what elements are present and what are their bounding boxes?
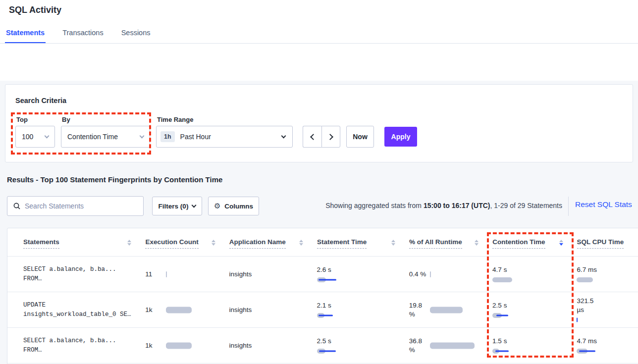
sql-cpu-time-bar — [577, 276, 638, 283]
time-range-arrows — [303, 126, 340, 148]
sql-cpu-time-cell: 321.5 µs — [577, 292, 638, 327]
runtime-pct-cell: 19.8% — [409, 292, 492, 327]
tab-bar: Statements Transactions Sessions — [5, 29, 151, 44]
now-button[interactable]: Now — [346, 126, 374, 148]
next-time-button[interactable] — [321, 126, 340, 148]
view-toggle-band: Statement Fingerprints Active Executions… — [0, 44, 638, 81]
chevron-down-icon — [192, 203, 197, 208]
time-range-value: Past Hour — [180, 133, 211, 141]
toolbar-divider — [568, 197, 569, 216]
chevron-left-icon — [310, 134, 317, 140]
top-field-label: Top — [16, 116, 28, 123]
chevron-right-icon — [327, 134, 333, 140]
application-name-cell: insights — [229, 328, 317, 363]
sql-cpu-time-bar — [577, 348, 638, 354]
runtime-pct-cell: 36.8% — [409, 328, 492, 363]
aggregated-stats-text: Showing aggregated stats from 15:00 to 1… — [325, 202, 562, 209]
statement-link[interactable]: SELECT a.balance, b.ba... FROM… — [23, 328, 145, 363]
search-icon — [13, 203, 20, 209]
sort-icon[interactable] — [299, 240, 303, 246]
top-select[interactable]: 100 — [15, 126, 55, 148]
statement-time-cell: 2.6 s — [317, 257, 409, 292]
by-field-label: By — [62, 116, 70, 123]
application-name-cell: insights — [229, 257, 317, 292]
statement-search-box — [7, 196, 144, 216]
reset-sql-stats-link[interactable]: Reset SQL Stats — [575, 200, 632, 209]
search-input[interactable] — [25, 202, 137, 210]
time-range-select[interactable]: 1h Past Hour — [156, 126, 293, 148]
tab-transactions[interactable]: Transactions — [61, 29, 104, 44]
chevron-down-icon — [45, 134, 50, 139]
execution-count-cell: 11 — [145, 257, 229, 292]
column-header-application-name[interactable]: Application Name — [229, 228, 317, 256]
column-header-contention-time[interactable]: Contention Time — [492, 228, 577, 256]
search-criteria-heading: Search Criteria — [15, 97, 66, 104]
runtime-pct-bar — [430, 307, 478, 313]
filters-button[interactable]: Filters (0) — [152, 197, 202, 215]
results-heading: Results - Top 100 Statement Fingerprints… — [7, 175, 222, 184]
previous-time-button[interactable] — [303, 126, 321, 148]
statement-time-bar — [317, 348, 395, 354]
stats-time-range: 15:00 to 16:17 (UTC) — [424, 202, 490, 209]
execution-count-bar — [166, 342, 215, 349]
execution-count-bar — [166, 271, 215, 277]
column-header-sql-cpu-time[interactable]: SQL CPU Time — [577, 228, 638, 256]
page-title: SQL Activity — [9, 5, 61, 15]
columns-button[interactable]: Columns — [208, 197, 259, 215]
runtime-pct-bar — [430, 342, 478, 349]
contention-time-cell: 1.5 s — [492, 328, 577, 363]
execution-count-cell: 1k — [145, 292, 229, 327]
page-header: SQL Activity Statements Transactions Ses… — [0, 0, 638, 81]
statement-link[interactable]: UPDATE insights_workload_table_0 SE… — [23, 292, 145, 327]
sort-icon[interactable] — [391, 240, 395, 246]
by-select[interactable]: Contention Time — [61, 126, 150, 148]
tab-statements[interactable]: Statements — [5, 29, 46, 44]
time-range-badge: 1h — [160, 131, 175, 142]
statement-time-cell: 2.5 s — [317, 328, 409, 363]
statement-time-bar — [317, 312, 395, 318]
apply-button[interactable]: Apply — [384, 127, 417, 147]
sort-icon[interactable] — [559, 240, 563, 246]
column-header-statement-time[interactable]: Statement Time — [317, 228, 409, 256]
runtime-pct-bar — [430, 271, 478, 277]
table-row: SELECT a.balance, b.ba... FROM… 11 insig… — [7, 257, 638, 292]
statement-time-cell: 2.1 s — [317, 292, 409, 327]
by-select-value: Contention Time — [67, 133, 118, 141]
gear-icon — [214, 202, 220, 210]
contention-time-bar — [492, 276, 563, 283]
filters-label: Filters (0) — [159, 203, 189, 210]
top-select-value: 100 — [22, 133, 33, 141]
column-header-statements[interactable]: Statements — [23, 228, 145, 256]
sort-icon[interactable] — [475, 240, 478, 246]
sql-cpu-time-bar — [577, 316, 638, 323]
sort-icon[interactable] — [127, 240, 131, 246]
tab-sessions[interactable]: Sessions — [120, 29, 152, 44]
application-name-cell: insights — [229, 292, 317, 327]
statement-link[interactable]: SELECT a.balance, b.ba... FROM… — [23, 257, 145, 292]
contention-time-bar — [492, 312, 563, 318]
chevron-down-icon — [281, 134, 286, 139]
table-row: SELECT a.balance, b.ba... FROM… 1k insig… — [7, 328, 638, 364]
sort-icon[interactable] — [212, 240, 215, 246]
statement-time-bar — [317, 276, 395, 283]
runtime-pct-cell: 0.4 % — [409, 257, 492, 292]
chevron-down-icon — [140, 134, 145, 139]
execution-count-cell: 1k — [145, 328, 229, 363]
sql-cpu-time-cell: 6.7 ms — [577, 257, 638, 292]
search-criteria-card: Search Criteria Top By Time Range 100 Co… — [5, 84, 633, 162]
execution-count-bar — [166, 307, 215, 313]
contention-time-cell: 4.7 s — [492, 257, 577, 292]
table-header-row: Statements Execution Count Application N… — [7, 228, 638, 257]
time-range-field-label: Time Range — [157, 116, 193, 123]
column-header-runtime-pct[interactable]: % of All Runtime — [409, 228, 492, 256]
contention-time-cell: 2.5 s — [492, 292, 577, 327]
statements-table: Statements Execution Count Application N… — [7, 228, 638, 364]
columns-label: Columns — [224, 203, 253, 210]
table-row: UPDATE insights_workload_table_0 SE… 1k … — [7, 292, 638, 328]
column-header-execution-count[interactable]: Execution Count — [145, 228, 229, 256]
sql-cpu-time-cell: 4.7 ms — [577, 328, 638, 363]
contention-time-bar — [492, 348, 563, 354]
